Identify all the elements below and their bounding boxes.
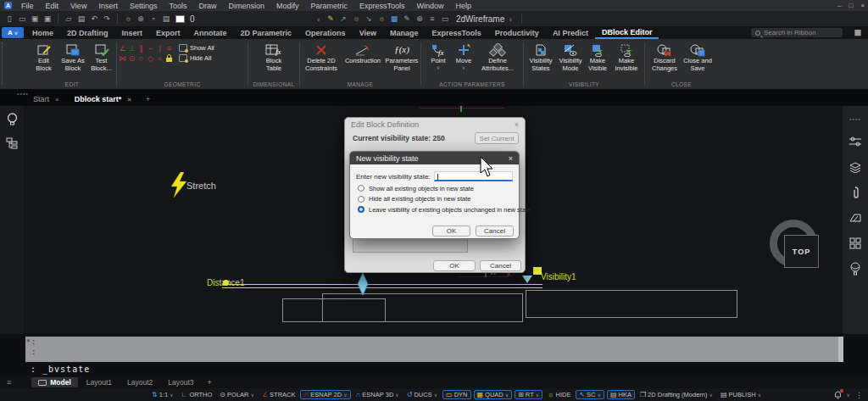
menu-modify[interactable]: Modify	[270, 2, 305, 10]
publish-button[interactable]: ▤ PUBLISH ∨	[718, 390, 764, 399]
new-state-name-input[interactable]	[434, 171, 513, 181]
tab-manage[interactable]: Manage	[383, 26, 426, 39]
open-drawing-icon[interactable]: ▭	[17, 12, 27, 25]
parameters-panel-button[interactable]: ƒ(x) Parameters Panel	[384, 42, 420, 72]
tips-lightbulb-icon[interactable]	[5, 113, 19, 126]
menu-view[interactable]: View	[64, 2, 92, 10]
constraint-icon[interactable]: =	[155, 53, 164, 64]
visibility-parameter-label[interactable]: Visibility1	[541, 272, 576, 281]
tab-expresstools[interactable]: ExpressTools	[426, 26, 488, 39]
stylus-icon[interactable]: ✎	[326, 12, 336, 25]
delete-2d-constraints-button[interactable]: Delete 2D Constraints	[301, 42, 342, 72]
ribbon-app-button[interactable]: A ∨	[2, 27, 24, 38]
move-button[interactable]: Move ∨	[451, 42, 476, 71]
plot-icon[interactable]: ▱	[64, 12, 74, 25]
close-tab-icon[interactable]: ×	[127, 96, 131, 103]
render-image-icon[interactable]: ▭	[440, 12, 450, 25]
define-attributes-button[interactable]: Define Attributes...	[476, 42, 519, 72]
fix-constraint-lock-icon[interactable]	[164, 53, 174, 64]
constraint-icon[interactable]: ○	[136, 53, 146, 64]
menu-parametric[interactable]: Parametric	[305, 2, 354, 10]
constraint-icon[interactable]: ∥	[136, 43, 146, 53]
constraint-icon[interactable]: ⊥	[127, 43, 136, 53]
ortho-toggle[interactable]: ∟ ORTHO	[179, 390, 215, 399]
redo-icon[interactable]: ↷	[102, 12, 112, 25]
doc-tab-start[interactable]: Start ×	[25, 92, 67, 106]
new-tab-button[interactable]: +	[139, 92, 157, 106]
tab-dblock-editor[interactable]: DBlock Editor	[595, 26, 659, 39]
layout-tab-layout3[interactable]: Layout3	[161, 377, 200, 387]
parameter-grip-dot[interactable]	[223, 280, 229, 286]
close-icon[interactable]: ×	[509, 154, 513, 163]
dialog-title-bar[interactable]: Edit Block Definition ×	[345, 118, 525, 131]
color-swatch[interactable]	[175, 15, 185, 23]
construction-button[interactable]: Construction	[342, 42, 384, 65]
layer-dropdown[interactable]: 0 ∨	[187, 14, 323, 24]
components-grid-icon[interactable]	[849, 237, 862, 250]
preview-icon[interactable]: ▤	[76, 12, 86, 25]
constraint-icon[interactable]: ∣	[155, 43, 164, 53]
layers-icon[interactable]	[849, 160, 862, 174]
visibility-grip-arrow[interactable]	[522, 276, 532, 283]
ok-button[interactable]: OK	[432, 226, 470, 237]
cancel-button[interactable]: Cancel	[476, 226, 514, 237]
menu-help[interactable]: Help	[450, 2, 478, 10]
make-visible-button[interactable]: Make Visible	[585, 42, 610, 72]
command-input[interactable]: : _bvstate	[31, 365, 90, 374]
dimension-line[interactable]	[222, 284, 542, 285]
close-tab-icon[interactable]: ×	[55, 96, 59, 103]
layer-lock-icon[interactable]: ▫	[148, 12, 159, 25]
tab-view[interactable]: View	[353, 26, 383, 39]
ducs-toggle[interactable]: ↺ DUCS ∨	[404, 390, 440, 399]
select-similar-icon[interactable]: ↗	[338, 12, 348, 25]
visibility-states-button[interactable]: Visibility States	[526, 42, 556, 72]
block-outline[interactable]	[322, 293, 523, 322]
dimension-line[interactable]	[222, 287, 542, 288]
option-hide-all[interactable]: Hide all existing objects in new state	[350, 192, 519, 203]
stretch-action-label[interactable]: Stretch	[186, 181, 216, 191]
menu-expresstools[interactable]: ExpressTools	[353, 2, 411, 10]
esnap-2d-toggle[interactable]: ∩ ESNAP 2D ∨	[300, 390, 350, 399]
constraint-icon[interactable]: ∠	[118, 43, 127, 53]
tab-insert[interactable]: Insert	[115, 26, 150, 39]
command-history-scrollbar[interactable]	[838, 337, 843, 362]
tab-2d-drafting[interactable]: 2D Drafting	[60, 26, 115, 39]
kebab-menu-icon[interactable]: ⋮	[855, 391, 863, 399]
menu-file[interactable]: File	[15, 2, 40, 10]
layer-plot-icon[interactable]: ▤	[161, 12, 171, 25]
properties-sliders-icon[interactable]	[849, 135, 862, 148]
constraint-icon[interactable]: ≡	[164, 43, 174, 53]
tab-2d-parametric[interactable]: 2D Parametric	[234, 26, 299, 39]
layout-tab-layout1[interactable]: Layout1	[80, 377, 119, 387]
chevron-down-icon[interactable]: ∨	[847, 392, 850, 398]
workspace-switcher[interactable]: ❒ 2D Drafting (Modern) ∨	[637, 390, 715, 399]
radio-icon[interactable]	[358, 196, 364, 203]
unisolate-icon[interactable]: ☼	[376, 12, 387, 25]
new-drawing-icon[interactable]: ▯	[4, 12, 14, 25]
sheets-icon[interactable]	[849, 211, 862, 225]
constraint-icon[interactable]: ◇	[146, 53, 155, 64]
ribbon-options-icon[interactable]: ▦	[854, 28, 861, 36]
save-icon[interactable]: ▣	[30, 12, 40, 25]
block-table-button[interactable]: fx Block Table	[259, 42, 289, 72]
menu-draw[interactable]: Draw	[192, 2, 222, 10]
undo-icon[interactable]: ↶	[89, 12, 99, 25]
notifications-bell-icon[interactable]	[834, 391, 842, 399]
discard-changes-button[interactable]: Discard Changes	[648, 42, 681, 72]
attachments-paperclip-icon[interactable]	[849, 186, 862, 199]
structure-table-icon[interactable]: ▦	[389, 12, 399, 25]
cancel-button[interactable]: Cancel	[480, 260, 521, 271]
option-leave-unchanged[interactable]: Leave visibility of existing objects unc…	[350, 203, 519, 214]
block-outline[interactable]	[526, 290, 737, 318]
layer-settings-icon[interactable]: ⊛	[136, 12, 146, 25]
quad-toggle[interactable]: ▦ QUAD ∨	[474, 390, 513, 399]
close-icon[interactable]: ×	[515, 120, 519, 129]
polar-toggle[interactable]: ⊙ POLAR ∨	[217, 390, 257, 399]
visibility-states-list[interactable]	[353, 238, 468, 253]
menu-settings[interactable]: Settings	[124, 2, 164, 10]
save-as-block-button[interactable]: Save As Block	[58, 42, 88, 72]
restore-icon[interactable]: □	[849, 0, 853, 11]
hide-toggle[interactable]: ☼ HIDE	[545, 390, 573, 399]
option-show-all[interactable]: Show all existing objects in new state	[350, 181, 519, 192]
tab-ai-predict[interactable]: AI Predict	[546, 26, 595, 39]
